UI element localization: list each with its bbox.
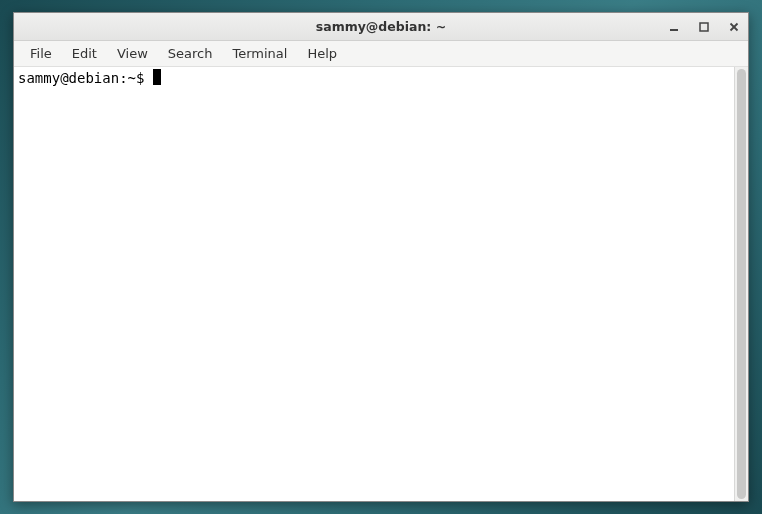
menu-view[interactable]: View bbox=[107, 43, 158, 64]
window-title: sammy@debian: ~ bbox=[14, 19, 748, 34]
menu-terminal[interactable]: Terminal bbox=[222, 43, 297, 64]
window-controls bbox=[666, 13, 742, 40]
minimize-icon bbox=[669, 22, 679, 32]
scrollbar-thumb[interactable] bbox=[737, 69, 746, 499]
menubar: File Edit View Search Terminal Help bbox=[14, 41, 748, 67]
titlebar[interactable]: sammy@debian: ~ bbox=[14, 13, 748, 41]
svg-rect-1 bbox=[700, 23, 708, 31]
vertical-scrollbar[interactable] bbox=[734, 67, 748, 501]
menu-edit[interactable]: Edit bbox=[62, 43, 107, 64]
terminal-cursor bbox=[153, 69, 161, 85]
menu-help[interactable]: Help bbox=[297, 43, 347, 64]
maximize-button[interactable] bbox=[696, 19, 712, 35]
terminal-content[interactable]: sammy@debian:~$ bbox=[14, 67, 734, 501]
terminal-window: sammy@debian: ~ File Edit View bbox=[13, 12, 749, 502]
close-button[interactable] bbox=[726, 19, 742, 35]
terminal-prompt: sammy@debian:~$ bbox=[18, 70, 153, 86]
close-icon bbox=[729, 22, 739, 32]
terminal-area[interactable]: sammy@debian:~$ bbox=[14, 67, 748, 501]
minimize-button[interactable] bbox=[666, 19, 682, 35]
svg-rect-0 bbox=[670, 29, 678, 31]
menu-file[interactable]: File bbox=[20, 43, 62, 64]
menu-search[interactable]: Search bbox=[158, 43, 223, 64]
maximize-icon bbox=[699, 22, 709, 32]
